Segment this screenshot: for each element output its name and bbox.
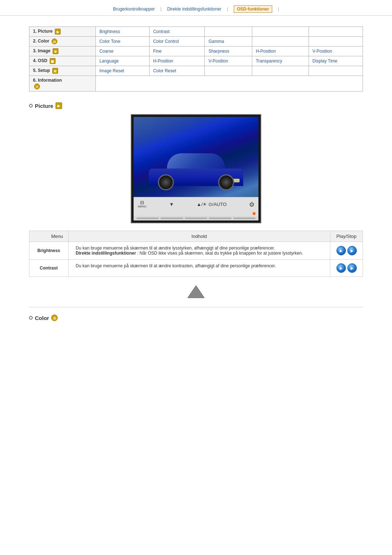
desc-contrast: Du kan bruge menuerne på skærmen til at … [68, 260, 330, 277]
hposition-osd-link[interactable]: H-Position [149, 56, 204, 66]
up-auto-icon: ▲/☀ ⊙/AUTO [197, 202, 227, 207]
empty-cell-7 [252, 66, 309, 76]
play-btn-3[interactable]: ▶ [336, 263, 346, 273]
table-header-row: Menu Indhold Play/Stop [29, 231, 363, 242]
menu-brightness: Brightness [29, 242, 69, 260]
power-icon: ⏻ [249, 202, 254, 207]
picture-section-icon: ▶ [56, 102, 62, 109]
sharpness-link[interactable]: Sharpness [205, 46, 252, 56]
brightness-link[interactable]: Brightness [95, 27, 149, 37]
color-icon: ◎ [52, 39, 57, 44]
row-label-picture: 1. Picture ▶ [29, 27, 96, 37]
empty-cell-6 [205, 66, 252, 76]
colorreset-link[interactable]: Color Reset [149, 66, 204, 76]
table-row: 3. Image ⊕ Coarse Fine Sharpness H-Posit… [29, 46, 363, 56]
menu-icon: ⊟ [140, 200, 144, 205]
table-row: 4. OSD ▦ Language H-Position V-Position … [29, 56, 363, 66]
brightness-desc-normal: Du kan bruge menuerne på skærmen til at … [76, 246, 275, 251]
coarse-link[interactable]: Coarse [95, 46, 149, 56]
osd-icon: ▦ [50, 58, 56, 64]
nav-item-osd[interactable]: OSD-funktioner [234, 5, 273, 13]
displaytime-link[interactable]: Display Time [309, 56, 363, 66]
empty-cell-8 [309, 66, 363, 76]
section-divider [29, 307, 363, 307]
picture-title: Picture [35, 103, 53, 109]
row-label-image: 3. Image ⊕ [29, 46, 96, 56]
color-title: Color [35, 315, 49, 321]
svg-marker-0 [188, 285, 204, 298]
vposition-osd-link[interactable]: V-Position [205, 56, 252, 66]
up-arrow-button[interactable]: UP [187, 284, 205, 300]
play-btn-1[interactable]: ▶ [336, 246, 346, 255]
picture-section-heading: Picture ▶ [29, 102, 363, 109]
section-bullet [29, 104, 33, 108]
color-section-icon: ◎ [51, 315, 58, 321]
nav-item-direkte[interactable]: Direkte indstillingsfunktioner [167, 7, 221, 12]
separator-1: | [160, 7, 162, 12]
menu-contrast: Contrast [29, 260, 69, 277]
instruction-table: Menu Indhold Play/Stop Brightness Du kan… [29, 231, 363, 277]
up-auto-button[interactable]: ▲/☀ ⊙/AUTO [197, 202, 227, 207]
brightness-desc-suffix: : Når OSD ikke vises på skærmen, skal du… [136, 251, 303, 256]
information-icon: ⊙ [34, 84, 40, 89]
play-brightness: ▶ ▶ [330, 242, 363, 260]
power-button[interactable]: ⏻ [249, 202, 254, 207]
row-label-osd: 4. OSD ▦ [29, 56, 96, 66]
car-body [149, 153, 243, 186]
imagereset-link[interactable]: Image Reset [95, 66, 149, 76]
table-row: 5. Setup ⊞ Image Reset Color Reset [29, 66, 363, 76]
col-header-indhold: Indhold [68, 231, 330, 242]
play-btn-4[interactable]: ▶ [347, 263, 357, 273]
play-btn-2[interactable]: ▶ [347, 246, 357, 255]
table-row: Brightness Du kan bruge menuerne på skær… [29, 242, 363, 260]
play-contrast: ▶ ▶ [330, 260, 363, 277]
menu-button[interactable]: ⊟ MENU [138, 200, 147, 208]
empty-cell-4 [252, 37, 309, 46]
up-arrow-container: UP [29, 284, 363, 300]
fine-link[interactable]: Fine [149, 46, 204, 56]
empty-cell-3 [309, 27, 363, 37]
separator-3: | [278, 7, 279, 12]
empty-cell-1 [205, 27, 252, 37]
table-row: 2. Color ◎ Color Tone Color Control Gamm… [29, 37, 363, 46]
car-wheel-left [158, 174, 174, 190]
contrast-link[interactable]: Contrast [149, 27, 204, 37]
color-section: Color ◎ [29, 315, 363, 321]
brightness-desc-bold: Direkte indstillingsfunktioner [76, 251, 136, 256]
language-link[interactable]: Language [95, 56, 149, 66]
desc-brightness: Du kan bruge menuerne på skærmen til at … [68, 242, 330, 260]
row-label-color: 2. Color ◎ [29, 37, 96, 46]
hposition-image-link[interactable]: H-Position [252, 46, 309, 56]
color-section-heading: Color ◎ [29, 315, 363, 321]
col-header-menu: Menu [29, 231, 69, 242]
vposition-image-link[interactable]: V-Position [309, 46, 363, 56]
col-header-playstop: Play/Stop [330, 231, 363, 242]
monitor-controls: ⊟ MENU ▼ ▲/☀ ⊙/AUTO ⏻ [134, 197, 258, 211]
color-control-link[interactable]: Color Control [149, 37, 204, 46]
down-arrow-icon: ▼ [169, 202, 174, 207]
play-buttons-contrast: ▶ ▶ [335, 263, 358, 273]
up-arrow-svg: UP [187, 284, 205, 299]
row-label-setup: 5. Setup ⊞ [29, 66, 96, 76]
color-tone-link[interactable]: Color Tone [95, 37, 149, 46]
gamma-link[interactable]: Gamma [205, 37, 252, 46]
main-content: 1. Picture ▶ Brightness Contrast 2. Colo… [0, 16, 392, 337]
contrast-desc: Du kan bruge menuerne på skærmen til at … [76, 263, 276, 268]
monitor-frame: ⊟ MENU ▼ ▲/☀ ⊙/AUTO ⏻ [131, 114, 261, 223]
picture-icon: ▶ [55, 29, 61, 35]
image-icon: ⊕ [53, 48, 58, 54]
table-row: 1. Picture ▶ Brightness Contrast [29, 27, 363, 37]
transparency-link[interactable]: Transparency [252, 56, 309, 66]
setup-icon: ⊞ [52, 68, 58, 74]
play-buttons-brightness: ▶ ▶ [335, 246, 358, 255]
row-label-information: 6. Information ⊙ [29, 76, 96, 92]
empty-cell-9 [95, 76, 363, 92]
color-bullet [29, 316, 33, 320]
table-row: 6. Information ⊙ [29, 76, 363, 92]
monitor-container: ⊟ MENU ▼ ▲/☀ ⊙/AUTO ⏻ [29, 114, 363, 223]
power-indicator [253, 212, 256, 215]
nav-table: 1. Picture ▶ Brightness Contrast 2. Colo… [29, 27, 363, 92]
nav-item-brugerkontrol[interactable]: Brugerkontrolknapper [113, 7, 155, 12]
down-button[interactable]: ▼ [169, 202, 174, 207]
menu-label: MENU [138, 205, 147, 208]
